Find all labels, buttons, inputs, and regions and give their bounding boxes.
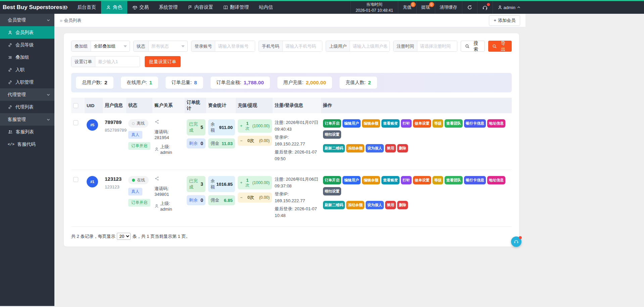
row-action-button[interactable]: 打针 [401, 176, 412, 184]
parent-user-input[interactable] [350, 41, 390, 51]
chevron-down-icon [46, 18, 50, 22]
withdraw-shortcut[interactable]: 提现 0 [416, 1, 435, 14]
nav-item-dashboard[interactable]: 后台首页 [72, 1, 101, 14]
row-checkbox[interactable] [73, 177, 78, 182]
brand-logo: Best Buy Superstores3.0 [0, 1, 57, 14]
row-action-button[interactable]: 做单设置 [413, 176, 431, 184]
users-icon [8, 129, 13, 134]
row-action-button[interactable]: 银行卡信息 [464, 176, 486, 184]
row-action-button[interactable]: 等级 [432, 176, 443, 184]
row-action-button[interactable]: 地址信息 [487, 119, 505, 128]
row-checkbox[interactable] [73, 120, 78, 125]
row-action-button[interactable]: 设为假人 [366, 144, 384, 152]
select-all-checkbox[interactable] [73, 103, 78, 108]
row-action-button[interactable]: 编辑余额 [362, 119, 380, 128]
list-icon [8, 55, 12, 60]
stack-group-select[interactable]: 全部叠加组 [91, 41, 130, 51]
navbar-right: 当地时间 2026-01-07 10:48:41 充值 0 提现 0 清理缓存 [351, 1, 525, 14]
page-size-select[interactable]: 20 [117, 233, 131, 240]
row-action-button[interactable]: 刷新二维码 [323, 201, 345, 209]
nav-item-roles[interactable]: 角色 [101, 1, 127, 14]
sidebar-item-member-list[interactable]: 会员列表 [0, 26, 54, 39]
export-button[interactable]: 导 出 [488, 41, 512, 52]
row-action-button[interactable]: 查看账变 [381, 119, 400, 128]
sidebar-group-agents[interactable]: 代理管理 [0, 88, 54, 101]
sidebar-item-agent-list[interactable]: 代理列表 [0, 101, 54, 113]
phone-input[interactable] [283, 41, 323, 51]
batch-set-order-button[interactable]: 批量设置订单 [145, 56, 181, 67]
row-action-button[interactable]: 查看团队 [445, 119, 463, 128]
page-title: 会员列表 [64, 17, 81, 24]
row-action-button[interactable]: 地址信息 [487, 176, 505, 184]
row-action-button[interactable]: 做单设置 [413, 119, 431, 128]
sidebar-item-stack-group[interactable]: 叠加组 [0, 51, 54, 63]
row-action-button[interactable]: 银行卡信息 [464, 119, 486, 128]
brand-text: Best Buy Superstores [3, 4, 62, 11]
orders-remain-box: 剩余0 [187, 195, 205, 205]
withdraw-badge: 0 [429, 2, 434, 7]
nav-item-translate[interactable]: 翻译管理 [218, 1, 254, 14]
stat-total-users: 总用户数:2 [76, 77, 113, 89]
sidebar-item-support-code[interactable]: </> 客服代码 [0, 138, 54, 150]
refresh-button[interactable] [462, 1, 477, 14]
search-button[interactable]: 搜 索 [461, 41, 485, 52]
invite-code: 邀请码: 349801 [154, 186, 183, 197]
row-action-button[interactable]: 订单开启 [323, 176, 341, 184]
clear-cache-button[interactable]: 清理缓存 [435, 1, 462, 14]
invite-code: 邀请码: 281954 [154, 129, 183, 140]
status-select[interactable]: 所有状态 [149, 41, 188, 51]
link-icon [8, 43, 12, 47]
withdraw-box: − 0次 (0.00) [238, 192, 272, 203]
sidebar-group-support[interactable]: 客服管理 [0, 113, 54, 126]
sidebar-group-members[interactable]: 会员管理 [0, 14, 54, 26]
search-icon [465, 44, 470, 49]
row-action-button[interactable]: 暗扣设置 [323, 130, 341, 139]
nav-item-trade[interactable]: 交易 [127, 1, 154, 14]
row-action-button[interactable]: 删除 [397, 201, 408, 209]
nav-item-content[interactable]: 内容设置 [183, 1, 218, 14]
filter-regtime: 注册时间 [393, 41, 457, 52]
row-action-button[interactable]: 设为假人 [366, 201, 384, 209]
person-icon [106, 5, 111, 10]
row-action-button[interactable]: 等级 [432, 119, 443, 128]
row-action-button[interactable]: 查看团队 [445, 176, 463, 184]
row-action-button[interactable]: 刷新二维码 [323, 144, 345, 152]
member-list-card: 叠加组 全部叠加组 状态 所有状态 登录账号 [64, 33, 519, 247]
sidebar-item-onboarding-manage[interactable]: 入职管理 [0, 76, 54, 88]
row-action-button[interactable]: 冻结余额 [346, 201, 364, 209]
row-action-button[interactable]: 订单开启 [323, 119, 341, 128]
row-action-button[interactable]: 打针 [401, 119, 412, 128]
nav-item-system[interactable]: 系统管理 [154, 1, 183, 14]
nav-item-messages[interactable]: 站内信 [254, 1, 278, 14]
account-input[interactable] [215, 41, 255, 51]
order-count-input[interactable] [95, 56, 140, 67]
add-member-button[interactable]: + 添加会员 [489, 15, 520, 26]
row-action-button[interactable]: 编辑余额 [362, 176, 380, 184]
user-menu[interactable]: admin [493, 1, 525, 14]
share-icon[interactable] [154, 119, 159, 124]
uid-badge: #5 [87, 119, 98, 131]
sidebar-item-support-list[interactable]: 客服列表 [0, 126, 54, 138]
row-action-button[interactable]: 删除 [397, 144, 408, 152]
sidebar-toggle-button[interactable] [57, 1, 72, 14]
row-action-button[interactable]: 禁用 [385, 201, 396, 209]
row-action-button[interactable]: 编辑用户 [342, 119, 361, 128]
share-icon[interactable] [154, 176, 159, 181]
row-action-button[interactable]: 暗扣设置 [323, 187, 341, 195]
recharge-shortcut[interactable]: 充值 0 [398, 1, 416, 14]
row-action-button[interactable]: 冻结余额 [346, 144, 364, 152]
row-action-button[interactable]: 查看账变 [381, 176, 400, 184]
online-dot-icon [132, 179, 135, 182]
sidebar-item-onboarding[interactable]: 入职 [0, 63, 54, 76]
floating-support-button[interactable] [511, 236, 521, 247]
chevron-up-icon [517, 5, 521, 9]
register-time-input[interactable] [417, 41, 457, 51]
support-button[interactable] [477, 1, 493, 14]
sidebar-item-member-level[interactable]: 会员等级 [0, 39, 54, 51]
row-actions: 订单开启编辑用户编辑余额查看账变打针做单设置等级查看团队银行卡信息地址信息暗扣设… [321, 176, 512, 209]
row-action-button[interactable]: 禁用 [385, 144, 396, 152]
order-filter-row: 设置订单 批量设置订单 [71, 56, 512, 67]
user-account: 123123 [105, 184, 124, 189]
row-action-button[interactable]: 编辑用户 [342, 176, 361, 184]
breadcrumb-arrows-icon: » [60, 17, 62, 23]
